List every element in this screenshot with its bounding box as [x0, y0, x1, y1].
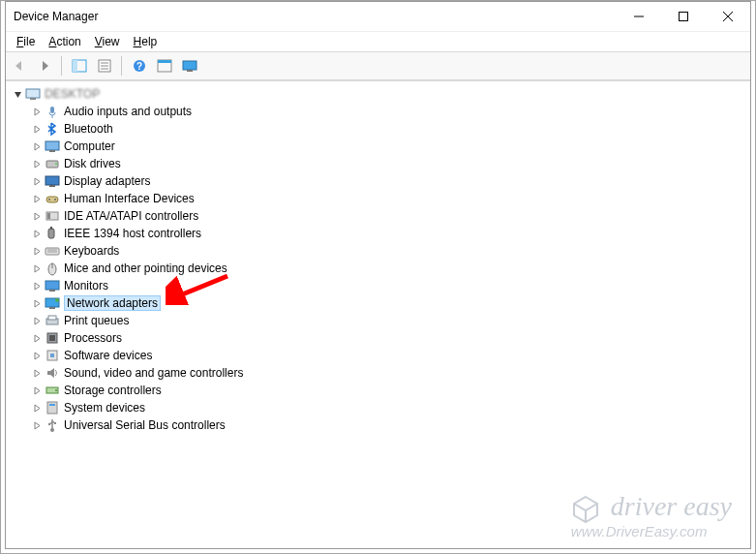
printq-icon: [45, 313, 60, 328]
chevron-right-icon[interactable]: [31, 350, 43, 361]
svg-rect-15: [187, 70, 193, 72]
chevron-right-icon[interactable]: [31, 385, 43, 396]
tree-item-label: Software devices: [64, 349, 152, 362]
tree-item-label: Human Interface Devices: [64, 192, 195, 205]
svg-point-42: [55, 298, 59, 302]
tree-item-label: Audio inputs and outputs: [64, 105, 192, 118]
svg-rect-41: [49, 307, 55, 309]
svg-rect-14: [183, 61, 197, 70]
svg-rect-18: [50, 107, 54, 113]
forward-button[interactable]: [33, 54, 56, 77]
chevron-right-icon[interactable]: [31, 228, 43, 239]
tree-item-label: IDE ATA/ATAPI controllers: [64, 209, 198, 223]
tree-item-softdev[interactable]: Software devices: [6, 347, 750, 364]
chevron-right-icon[interactable]: [31, 367, 43, 379]
keyboard-icon: [45, 243, 60, 259]
tree-item-cpu[interactable]: Processors: [6, 329, 750, 347]
chevron-right-icon[interactable]: [31, 332, 43, 344]
tree-item-disk[interactable]: Disk drives: [6, 155, 750, 172]
svg-rect-56: [54, 422, 56, 424]
monitor-icon: [45, 278, 60, 293]
menu-view[interactable]: View: [88, 33, 127, 50]
tree-item-system[interactable]: System devices: [6, 399, 750, 416]
watermark: driver easy www.DriverEasy.com: [571, 492, 732, 539]
tree-item-label: Storage controllers: [64, 384, 162, 397]
chevron-right-icon[interactable]: [31, 280, 43, 292]
watermark-url: www.DriverEasy.com: [571, 524, 732, 540]
device-manager-window: Device Manager File Action View Help: [5, 1, 751, 549]
minimize-button[interactable]: [617, 2, 661, 31]
tree-item-hid[interactable]: Human Interface Devices: [6, 190, 750, 207]
chevron-right-icon[interactable]: [31, 123, 43, 135]
tree-item-label: Display adapters: [64, 174, 150, 188]
chevron-right-icon[interactable]: [31, 245, 43, 257]
tree-item-mouse[interactable]: Mice and other pointing devices: [6, 260, 750, 277]
chevron-right-icon[interactable]: [31, 106, 43, 117]
chevron-right-icon[interactable]: [31, 419, 43, 431]
svg-rect-5: [73, 60, 77, 72]
display-mode-button[interactable]: [178, 54, 201, 77]
tree-item-computer[interactable]: Computer: [6, 138, 750, 155]
chevron-right-icon[interactable]: [31, 193, 43, 204]
svg-rect-16: [26, 89, 40, 98]
root-label: DESKTOP: [45, 87, 100, 101]
svg-rect-20: [45, 141, 59, 150]
sound-icon: [45, 365, 60, 381]
chevron-right-icon[interactable]: [31, 140, 43, 152]
tree-item-label: Universal Serial Bus controllers: [64, 418, 226, 432]
tree-item-display[interactable]: Display adapters: [6, 172, 750, 190]
tree-item-sound[interactable]: Sound, video and game controllers: [6, 364, 750, 382]
chevron-right-icon[interactable]: [31, 297, 43, 309]
tree-root[interactable]: DESKTOP: [6, 85, 750, 103]
toolbar-separator: [61, 56, 63, 76]
system-icon: [45, 400, 60, 416]
svg-rect-38: [45, 281, 59, 290]
menu-file[interactable]: File: [10, 33, 42, 50]
help-button[interactable]: ?: [128, 54, 151, 77]
tree-item-bluetooth[interactable]: Bluetooth: [6, 120, 750, 138]
maximize-button[interactable]: [661, 2, 706, 31]
chevron-right-icon[interactable]: [31, 315, 43, 326]
tree-item-keyboard[interactable]: Keyboards: [6, 242, 750, 260]
svg-rect-52: [49, 404, 55, 406]
svg-rect-31: [48, 229, 54, 238]
tree-item-label: Disk drives: [64, 157, 121, 170]
tree-item-label: Bluetooth: [64, 122, 113, 136]
scan-hardware-button[interactable]: [153, 54, 176, 77]
close-button[interactable]: [706, 2, 750, 31]
tree-item-label: Mice and other pointing devices: [64, 262, 227, 275]
chevron-right-icon[interactable]: [31, 210, 43, 222]
svg-point-55: [48, 423, 50, 425]
chevron-right-icon[interactable]: [31, 158, 43, 169]
storage-icon: [45, 383, 60, 398]
chevron-right-icon[interactable]: [31, 262, 43, 274]
chevron-right-icon[interactable]: [31, 402, 43, 414]
svg-rect-26: [46, 197, 58, 202]
titlebar: Device Manager: [6, 2, 750, 32]
tree-item-audio[interactable]: Audio inputs and outputs: [6, 103, 750, 120]
tree-item-monitor[interactable]: Monitors: [6, 277, 750, 294]
tree-item-label: Processors: [64, 331, 122, 345]
device-tree[interactable]: DESKTOP Audio inputs and outputsBluetoot…: [6, 80, 750, 548]
tree-item-printq[interactable]: Print queues: [6, 312, 750, 329]
window-title: Device Manager: [14, 10, 98, 23]
mouse-icon: [45, 261, 60, 276]
menu-action[interactable]: Action: [42, 33, 87, 50]
tree-item-usb[interactable]: Universal Serial Bus controllers: [6, 416, 750, 434]
menu-help[interactable]: Help: [127, 33, 165, 50]
tree-item-label: Network adapters: [64, 295, 161, 311]
properties-button[interactable]: [93, 54, 116, 77]
show-hide-tree-button[interactable]: [68, 54, 91, 77]
tree-item-label: Print queues: [64, 314, 129, 327]
chevron-down-icon[interactable]: [12, 88, 23, 100]
tree-item-network[interactable]: Network adapters: [6, 294, 750, 312]
tree-item-storage[interactable]: Storage controllers: [6, 382, 750, 399]
chevron-right-icon[interactable]: [31, 175, 43, 187]
tree-item-ieee1394[interactable]: IEEE 1394 host controllers: [6, 225, 750, 242]
svg-rect-32: [50, 227, 52, 230]
svg-rect-21: [49, 150, 55, 152]
back-button[interactable]: [8, 54, 31, 77]
svg-rect-30: [47, 213, 50, 219]
tree-item-ide[interactable]: IDE ATA/ATAPI controllers: [6, 207, 750, 225]
svg-rect-25: [49, 185, 55, 187]
